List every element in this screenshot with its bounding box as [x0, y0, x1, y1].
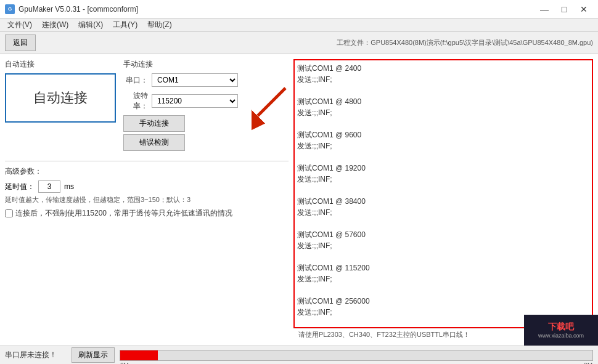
baud-select[interactable]: 9600 19200 38400 57600 115200 256000 — [152, 94, 238, 108]
auto-connect-button[interactable]: 自动连接 — [5, 73, 116, 123]
manual-connect-area: 手动连接 串口： COM1 COM2 COM3 COM4 波特率： 9600 1… — [123, 59, 239, 153]
log-line: 测试COM1 @ 38400 — [297, 196, 589, 207]
connect-section: 自动连接 自动连接 手动连接 串口： COM1 COM2 COM3 COM4 波… — [5, 59, 289, 153]
checkbox-row: 连接后，不强制使用115200，常用于透传等只允许低速通讯的情况 — [5, 208, 289, 219]
log-line: 发送:;;INF; — [297, 207, 589, 218]
error-detect-button[interactable]: 错误检测 — [123, 134, 185, 151]
delay-unit: ms — [64, 182, 74, 191]
toolbar: 返回 工程文件：GPU854X480(8M)演示(f:\gpu5\汉字目录\测试… — [0, 32, 598, 54]
watermark-url: www.xiazaiba.com — [538, 333, 584, 339]
delay-input[interactable] — [38, 180, 60, 193]
left-panel: 自动连接 自动连接 手动连接 串口： COM1 COM2 COM3 COM4 波… — [5, 59, 289, 341]
arrow-area — [252, 59, 289, 153]
checkbox-label: 连接后，不强制使用115200，常用于透传等只允许低速通讯的情况 — [15, 208, 232, 219]
project-info: 工程文件：GPU854X480(8M)演示(f:\gpu5\汉字目录\测试\45… — [337, 38, 593, 47]
close-button[interactable]: ✕ — [575, 3, 593, 15]
maximize-button[interactable]: □ — [555, 3, 573, 15]
svg-line-1 — [258, 88, 285, 116]
log-line: 测试COM1 @ 9600 — [297, 129, 589, 140]
watermark: 下载吧 www.xiazaiba.com — [524, 315, 598, 346]
log-line: 测试COM1 @ 57600 — [297, 229, 589, 240]
arrow-icon — [252, 82, 289, 131]
progress-max: 8M — [584, 362, 592, 365]
watermark-title: 下载吧 — [548, 322, 574, 333]
log-line: 发送:;;INF; — [297, 273, 589, 285]
log-line: 发送:;;INF; — [297, 174, 589, 185]
delay-row: 延时值： ms — [5, 180, 289, 193]
log-line: 发送:;;INF; — [297, 107, 589, 118]
baud-row: 波特率： 9600 19200 38400 57600 115200 25600… — [123, 91, 239, 111]
menu-connect[interactable]: 连接(W) — [37, 18, 73, 31]
delay-label: 延时值： — [5, 182, 35, 192]
log-line: 发送:;;INF; — [297, 240, 589, 251]
manual-connect-label: 手动连接 — [123, 59, 239, 70]
window-title: GpuMaker V5.0.31 - [commconform] — [18, 5, 138, 14]
menu-bar: 文件(V) 连接(W) 编辑(X) 工具(Y) 帮助(Z) — [0, 18, 598, 32]
title-bar: G GpuMaker V5.0.31 - [commconform] — □ ✕ — [0, 0, 598, 18]
log-line: 测试COM1 @ 19200 — [297, 163, 589, 174]
status-bar: 串口屏未连接！ 刷新显示 0M 8M 下载吧 www.xiazaiba.com — [0, 346, 598, 364]
log-line — [297, 251, 589, 262]
minimize-button[interactable]: — — [535, 3, 554, 15]
log-line: 测试COM1 @ 115200 — [297, 262, 589, 273]
log-line: 发送:;;INF; — [297, 74, 589, 85]
log-panel[interactable]: 测试COM1 @ 2400发送:;;INF; 测试COM1 @ 4800发送:;… — [293, 59, 593, 328]
app-icon: G — [5, 4, 15, 14]
menu-edit[interactable]: 编辑(X) — [73, 18, 108, 31]
port-label: 串口： — [123, 75, 148, 86]
manual-connect-button[interactable]: 手动连接 — [123, 115, 185, 132]
log-line: 发送:;;INF; — [297, 140, 589, 152]
main-content: 自动连接 自动连接 手动连接 串口： COM1 COM2 COM3 COM4 波… — [0, 54, 598, 346]
log-line: 测试COM1 @ 256000 — [297, 296, 589, 307]
log-line — [297, 118, 589, 129]
low-speed-checkbox[interactable] — [5, 209, 13, 217]
delay-note: 延时值越大，传输速度越慢，但越稳定，范围3~150；默认：3 — [5, 195, 289, 204]
advanced-label: 高级参数： — [5, 166, 289, 177]
log-line — [297, 152, 589, 163]
log-line — [297, 285, 589, 296]
title-bar-controls: — □ ✕ — [535, 3, 593, 15]
right-area: 测试COM1 @ 2400发送:;;INF; 测试COM1 @ 4800发送:;… — [293, 59, 593, 341]
auto-connect-area: 自动连接 自动连接 — [5, 59, 116, 153]
advanced-section: 高级参数： 延时值： ms 延时值越大，传输速度越慢，但越稳定，范围3~150；… — [5, 161, 289, 219]
menu-help[interactable]: 帮助(Z) — [142, 18, 176, 31]
menu-file[interactable]: 文件(V) — [2, 18, 37, 31]
log-line: 测试COM1 @ 2400 — [297, 63, 589, 74]
progress-fill — [120, 350, 158, 360]
progress-min: 0M — [120, 362, 129, 365]
title-bar-left: G GpuMaker V5.0.31 - [commconform] — [5, 4, 138, 14]
port-row: 串口： COM1 COM2 COM3 COM4 — [123, 73, 239, 87]
log-line — [297, 218, 589, 229]
auto-connect-label: 自动连接 — [5, 59, 116, 70]
progress-track: 0M 8M — [120, 350, 593, 361]
refresh-button[interactable]: 刷新显示 — [72, 347, 115, 363]
menu-tools[interactable]: 工具(Y) — [108, 18, 142, 31]
port-select[interactable]: COM1 COM2 COM3 COM4 — [152, 73, 238, 87]
status-text: 串口屏未连接！ — [5, 350, 67, 360]
progress-labels: 0M 8M — [120, 362, 592, 365]
log-line: 测试COM1 @ 4800 — [297, 96, 589, 107]
log-line — [297, 85, 589, 96]
log-line — [297, 185, 589, 196]
back-button[interactable]: 返回 — [5, 34, 36, 51]
baud-label: 波特率： — [123, 91, 148, 111]
